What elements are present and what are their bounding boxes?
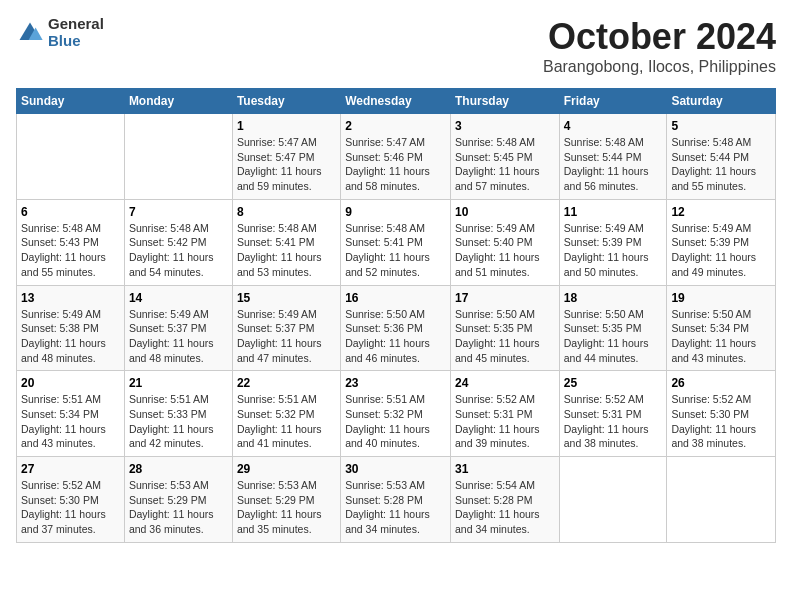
day-info: Sunrise: 5:49 AMSunset: 5:39 PMDaylight:…: [564, 221, 663, 280]
day-info: Sunrise: 5:53 AMSunset: 5:28 PMDaylight:…: [345, 478, 446, 537]
calendar-cell: 23Sunrise: 5:51 AMSunset: 5:32 PMDayligh…: [341, 371, 451, 457]
day-number: 23: [345, 376, 446, 390]
day-number: 7: [129, 205, 228, 219]
calendar-cell: 2Sunrise: 5:47 AMSunset: 5:46 PMDaylight…: [341, 114, 451, 200]
page-header: General Blue October 2024 Barangobong, I…: [16, 16, 776, 76]
title-block: October 2024 Barangobong, Ilocos, Philip…: [543, 16, 776, 76]
day-info: Sunrise: 5:53 AMSunset: 5:29 PMDaylight:…: [129, 478, 228, 537]
day-info: Sunrise: 5:51 AMSunset: 5:32 PMDaylight:…: [237, 392, 336, 451]
day-info: Sunrise: 5:53 AMSunset: 5:29 PMDaylight:…: [237, 478, 336, 537]
day-number: 8: [237, 205, 336, 219]
day-number: 2: [345, 119, 446, 133]
day-info: Sunrise: 5:48 AMSunset: 5:44 PMDaylight:…: [671, 135, 771, 194]
day-number: 31: [455, 462, 555, 476]
calendar-cell: 14Sunrise: 5:49 AMSunset: 5:37 PMDayligh…: [124, 285, 232, 371]
day-number: 14: [129, 291, 228, 305]
day-info: Sunrise: 5:49 AMSunset: 5:40 PMDaylight:…: [455, 221, 555, 280]
calendar-cell: 15Sunrise: 5:49 AMSunset: 5:37 PMDayligh…: [232, 285, 340, 371]
day-info: Sunrise: 5:47 AMSunset: 5:47 PMDaylight:…: [237, 135, 336, 194]
calendar-cell: 10Sunrise: 5:49 AMSunset: 5:40 PMDayligh…: [450, 199, 559, 285]
calendar-cell: 25Sunrise: 5:52 AMSunset: 5:31 PMDayligh…: [559, 371, 667, 457]
calendar-week-row: 1Sunrise: 5:47 AMSunset: 5:47 PMDaylight…: [17, 114, 776, 200]
day-number: 15: [237, 291, 336, 305]
calendar-day-header: Sunday: [17, 89, 125, 114]
page-title: October 2024: [543, 16, 776, 58]
day-number: 16: [345, 291, 446, 305]
day-info: Sunrise: 5:52 AMSunset: 5:30 PMDaylight:…: [21, 478, 120, 537]
day-info: Sunrise: 5:50 AMSunset: 5:35 PMDaylight:…: [455, 307, 555, 366]
calendar-cell: 21Sunrise: 5:51 AMSunset: 5:33 PMDayligh…: [124, 371, 232, 457]
day-number: 11: [564, 205, 663, 219]
logo-icon: [16, 19, 44, 47]
day-number: 26: [671, 376, 771, 390]
calendar-cell: 5Sunrise: 5:48 AMSunset: 5:44 PMDaylight…: [667, 114, 776, 200]
calendar-day-header: Tuesday: [232, 89, 340, 114]
day-number: 19: [671, 291, 771, 305]
day-number: 9: [345, 205, 446, 219]
day-info: Sunrise: 5:48 AMSunset: 5:42 PMDaylight:…: [129, 221, 228, 280]
calendar-header-row: SundayMondayTuesdayWednesdayThursdayFrid…: [17, 89, 776, 114]
day-info: Sunrise: 5:51 AMSunset: 5:34 PMDaylight:…: [21, 392, 120, 451]
calendar-cell: 4Sunrise: 5:48 AMSunset: 5:44 PMDaylight…: [559, 114, 667, 200]
calendar-cell: 7Sunrise: 5:48 AMSunset: 5:42 PMDaylight…: [124, 199, 232, 285]
calendar-cell: [124, 114, 232, 200]
calendar-cell: 22Sunrise: 5:51 AMSunset: 5:32 PMDayligh…: [232, 371, 340, 457]
day-info: Sunrise: 5:48 AMSunset: 5:45 PMDaylight:…: [455, 135, 555, 194]
day-number: 6: [21, 205, 120, 219]
day-number: 5: [671, 119, 771, 133]
day-info: Sunrise: 5:52 AMSunset: 5:30 PMDaylight:…: [671, 392, 771, 451]
day-number: 24: [455, 376, 555, 390]
day-number: 29: [237, 462, 336, 476]
calendar-cell: 13Sunrise: 5:49 AMSunset: 5:38 PMDayligh…: [17, 285, 125, 371]
calendar-cell: [667, 457, 776, 543]
calendar-cell: 27Sunrise: 5:52 AMSunset: 5:30 PMDayligh…: [17, 457, 125, 543]
calendar-cell: 16Sunrise: 5:50 AMSunset: 5:36 PMDayligh…: [341, 285, 451, 371]
day-info: Sunrise: 5:52 AMSunset: 5:31 PMDaylight:…: [455, 392, 555, 451]
calendar-cell: [17, 114, 125, 200]
day-info: Sunrise: 5:51 AMSunset: 5:33 PMDaylight:…: [129, 392, 228, 451]
day-info: Sunrise: 5:49 AMSunset: 5:37 PMDaylight:…: [237, 307, 336, 366]
day-number: 28: [129, 462, 228, 476]
day-number: 10: [455, 205, 555, 219]
day-number: 12: [671, 205, 771, 219]
calendar-cell: 3Sunrise: 5:48 AMSunset: 5:45 PMDaylight…: [450, 114, 559, 200]
calendar-week-row: 20Sunrise: 5:51 AMSunset: 5:34 PMDayligh…: [17, 371, 776, 457]
day-number: 27: [21, 462, 120, 476]
calendar-cell: 9Sunrise: 5:48 AMSunset: 5:41 PMDaylight…: [341, 199, 451, 285]
calendar-day-header: Friday: [559, 89, 667, 114]
day-info: Sunrise: 5:49 AMSunset: 5:39 PMDaylight:…: [671, 221, 771, 280]
calendar-week-row: 6Sunrise: 5:48 AMSunset: 5:43 PMDaylight…: [17, 199, 776, 285]
day-number: 1: [237, 119, 336, 133]
calendar-cell: 24Sunrise: 5:52 AMSunset: 5:31 PMDayligh…: [450, 371, 559, 457]
day-info: Sunrise: 5:50 AMSunset: 5:35 PMDaylight:…: [564, 307, 663, 366]
calendar-day-header: Wednesday: [341, 89, 451, 114]
calendar-week-row: 13Sunrise: 5:49 AMSunset: 5:38 PMDayligh…: [17, 285, 776, 371]
logo: General Blue: [16, 16, 104, 49]
day-info: Sunrise: 5:49 AMSunset: 5:38 PMDaylight:…: [21, 307, 120, 366]
day-number: 21: [129, 376, 228, 390]
day-number: 30: [345, 462, 446, 476]
page-subtitle: Barangobong, Ilocos, Philippines: [543, 58, 776, 76]
day-info: Sunrise: 5:48 AMSunset: 5:43 PMDaylight:…: [21, 221, 120, 280]
calendar-day-header: Thursday: [450, 89, 559, 114]
day-number: 18: [564, 291, 663, 305]
day-number: 25: [564, 376, 663, 390]
calendar-day-header: Saturday: [667, 89, 776, 114]
day-number: 22: [237, 376, 336, 390]
day-info: Sunrise: 5:48 AMSunset: 5:41 PMDaylight:…: [345, 221, 446, 280]
calendar-week-row: 27Sunrise: 5:52 AMSunset: 5:30 PMDayligh…: [17, 457, 776, 543]
calendar-cell: 30Sunrise: 5:53 AMSunset: 5:28 PMDayligh…: [341, 457, 451, 543]
calendar-cell: 31Sunrise: 5:54 AMSunset: 5:28 PMDayligh…: [450, 457, 559, 543]
day-info: Sunrise: 5:50 AMSunset: 5:34 PMDaylight:…: [671, 307, 771, 366]
calendar-day-header: Monday: [124, 89, 232, 114]
calendar-cell: 19Sunrise: 5:50 AMSunset: 5:34 PMDayligh…: [667, 285, 776, 371]
day-info: Sunrise: 5:51 AMSunset: 5:32 PMDaylight:…: [345, 392, 446, 451]
calendar-cell: 18Sunrise: 5:50 AMSunset: 5:35 PMDayligh…: [559, 285, 667, 371]
day-info: Sunrise: 5:54 AMSunset: 5:28 PMDaylight:…: [455, 478, 555, 537]
calendar-cell: 1Sunrise: 5:47 AMSunset: 5:47 PMDaylight…: [232, 114, 340, 200]
calendar-cell: 26Sunrise: 5:52 AMSunset: 5:30 PMDayligh…: [667, 371, 776, 457]
day-number: 13: [21, 291, 120, 305]
calendar-cell: 17Sunrise: 5:50 AMSunset: 5:35 PMDayligh…: [450, 285, 559, 371]
logo-general: General: [48, 16, 104, 33]
logo-blue: Blue: [48, 33, 104, 50]
